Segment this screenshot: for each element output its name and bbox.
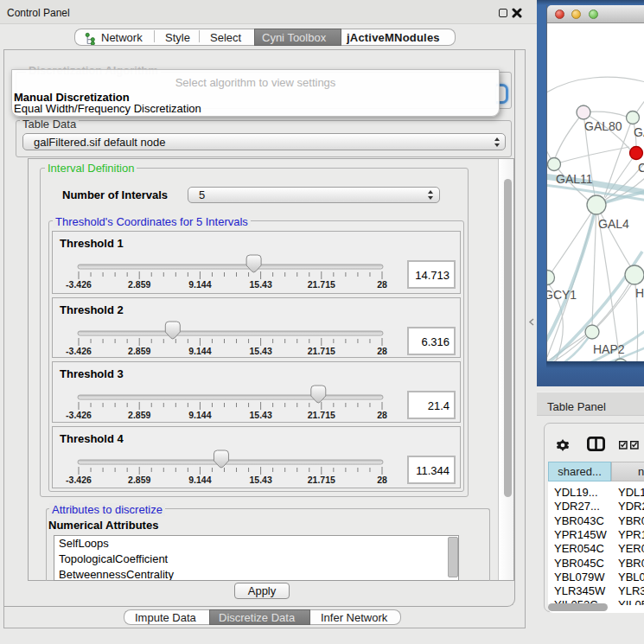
svg-text:28: 28 (377, 410, 387, 420)
svg-text:C: C (638, 161, 644, 175)
svg-text:-3.426: -3.426 (66, 410, 92, 420)
svg-text:28: 28 (377, 279, 387, 290)
svg-text:HAP2: HAP2 (593, 342, 625, 356)
svg-text:GCY1: GCY1 (547, 288, 577, 302)
svg-text:15.43: 15.43 (249, 410, 271, 420)
svg-text:21.715: 21.715 (308, 475, 335, 485)
svg-text:9.144: 9.144 (188, 475, 211, 485)
svg-text:28: 28 (377, 346, 387, 356)
svg-text:15.43: 15.43 (249, 475, 271, 485)
svg-text:-3.426: -3.426 (66, 475, 92, 485)
svg-text:9.144: 9.144 (188, 346, 211, 356)
svg-text:9.144: 9.144 (188, 279, 211, 290)
svg-text:15.43: 15.43 (249, 346, 271, 356)
svg-text:9.144: 9.144 (188, 410, 211, 420)
svg-text:H: H (635, 286, 644, 300)
svg-text:GAL80: GAL80 (584, 119, 622, 133)
svg-text:21.715: 21.715 (308, 279, 335, 290)
svg-text:2.859: 2.859 (128, 410, 150, 420)
svg-text:-3.426: -3.426 (66, 279, 92, 290)
svg-text:GA: GA (634, 125, 644, 139)
svg-text:2.859: 2.859 (128, 475, 150, 485)
svg-text:21.715: 21.715 (308, 410, 335, 420)
svg-text:GAL4: GAL4 (598, 217, 629, 231)
svg-text:2.859: 2.859 (128, 346, 150, 356)
svg-text:2.859: 2.859 (128, 279, 150, 290)
svg-text:28: 28 (377, 475, 387, 485)
svg-text:GAL11: GAL11 (556, 172, 593, 186)
svg-text:21.715: 21.715 (308, 346, 335, 356)
svg-text:-3.426: -3.426 (66, 346, 92, 356)
svg-text:15.43: 15.43 (249, 279, 271, 290)
